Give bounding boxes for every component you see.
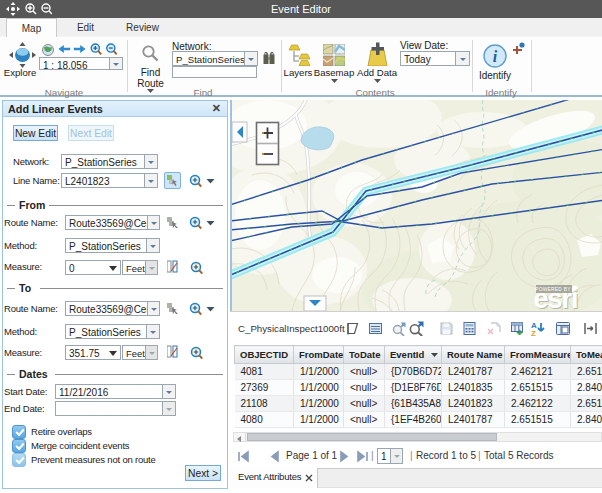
svg-text:i: i (493, 48, 498, 65)
svg-text:Z: Z (531, 329, 536, 336)
svg-text:esri: esri (534, 284, 578, 312)
